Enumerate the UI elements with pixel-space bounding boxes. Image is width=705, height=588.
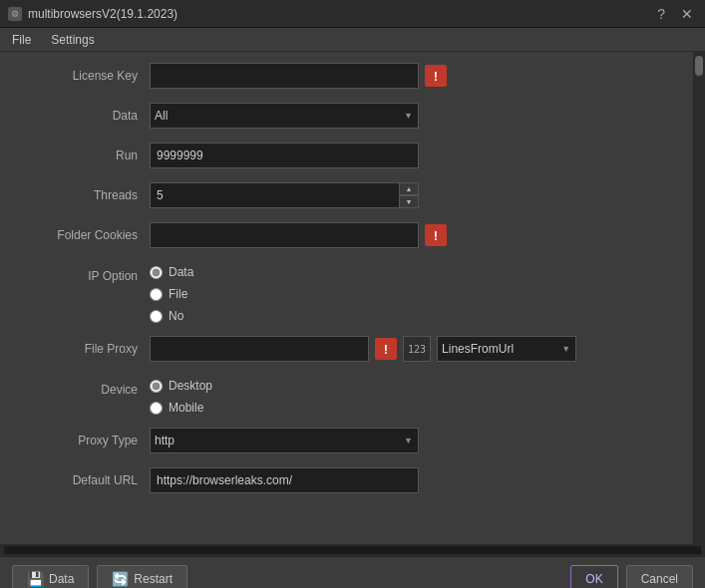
device-desktop-item: Desktop [150,379,212,393]
folder-cookies-input[interactable] [150,222,419,248]
license-key-alert-icon: ! [425,65,447,87]
close-button[interactable]: ✕ [677,6,697,22]
device-mobile-item: Mobile [150,401,212,415]
ip-option-label: IP Option [20,265,150,283]
data-row: Data All [20,102,673,130]
threads-controls: ▲ ▼ [150,182,673,208]
license-key-input[interactable] [150,63,419,89]
restart-button-icon: 🔄 [112,571,129,587]
license-key-controls: ! [150,63,673,89]
ip-option-row: IP Option Data File No [20,261,673,323]
ip-option-data-label: Data [169,265,193,279]
scrollbar-horizontal[interactable] [0,544,705,556]
ip-option-no-label: No [169,309,183,323]
proxy-type-select-wrapper: http https socks4 socks5 [150,428,419,453]
folder-cookies-controls: ! [150,222,673,248]
device-mobile-label: Mobile [169,401,203,415]
scrollbar-track-horizontal [4,546,701,554]
content-panel: License Key ! Data All Run [0,52,693,544]
file-proxy-secondary-select[interactable]: LinesFromUrl [437,336,576,362]
data-button-icon: 💾 [27,571,44,587]
ip-option-file-label: File [169,287,187,301]
proxy-type-label: Proxy Type [20,434,150,447]
default-url-controls [150,467,673,493]
title-bar: ⚙ multibrowsersV2(19.1.2023) ? ✕ [0,0,705,28]
proxy-type-controls: http https socks4 socks5 [150,428,673,453]
title-bar-controls: ? ✕ [653,6,697,22]
folder-cookies-row: Folder Cookies ! [20,221,673,249]
device-mobile-radio[interactable] [150,402,163,415]
data-label: Data [20,109,150,123]
device-label: Device [20,379,150,397]
menu-file[interactable]: File [8,31,35,49]
ip-option-file-radio[interactable] [150,288,163,301]
restart-button[interactable]: 🔄 Restart [97,565,187,589]
ok-button-label: OK [585,572,602,586]
run-label: Run [20,148,150,162]
scrollbar-vertical[interactable] [693,52,705,544]
ip-option-file-item: File [150,287,193,301]
run-input[interactable] [150,143,419,168]
proxy-type-row: Proxy Type http https socks4 socks5 [20,427,673,454]
file-proxy-input[interactable] [150,336,369,362]
folder-cookies-alert-icon: ! [425,224,447,246]
cancel-button-label: Cancel [641,572,678,586]
file-proxy-alert-icon: ! [375,338,397,360]
threads-label: Threads [20,188,150,202]
run-controls [150,143,673,168]
default-url-input[interactable] [150,467,419,493]
file-proxy-row: File Proxy ! 123 LinesFromUrl [20,335,673,363]
threads-increment-button[interactable]: ▲ [399,182,419,195]
footer: 💾 Data 🔄 Restart OK Cancel [0,556,705,588]
ip-option-controls: Data File No [150,265,673,323]
proxy-type-select[interactable]: http https socks4 socks5 [150,428,419,453]
ok-button[interactable]: OK [570,565,617,589]
app-title: multibrowsersV2(19.1.2023) [28,7,177,21]
data-button[interactable]: 💾 Data [12,565,89,589]
lines-from-url-icon: 123 [403,336,431,362]
device-desktop-radio[interactable] [150,380,163,393]
folder-cookies-label: Folder Cookies [20,228,150,242]
ip-option-no-radio[interactable] [150,310,163,323]
data-controls: All [150,103,673,129]
menu-settings[interactable]: Settings [47,31,98,49]
data-select-wrapper: All [150,103,419,129]
data-button-label: Data [49,572,74,586]
menu-bar: File Settings [0,28,705,52]
lines-from-url-icon-label: 123 [408,344,426,355]
ip-option-radio-group: Data File No [150,265,193,323]
device-controls: Desktop Mobile [150,379,673,415]
default-url-row: Default URL [20,466,673,494]
ip-option-data-radio[interactable] [150,266,163,279]
threads-spinner-btns: ▲ ▼ [399,182,419,208]
run-row: Run [20,142,673,169]
main-container: License Key ! Data All Run [0,52,705,544]
device-radio-group: Desktop Mobile [150,379,212,415]
cancel-button[interactable]: Cancel [626,565,693,589]
restart-button-label: Restart [134,572,173,586]
title-bar-left: ⚙ multibrowsersV2(19.1.2023) [8,7,177,21]
scrollbar-thumb-vertical [695,56,703,76]
footer-right: OK Cancel [570,565,693,589]
ip-option-data-item: Data [150,265,193,279]
license-key-label: License Key [20,69,150,83]
default-url-label: Default URL [20,473,150,487]
ip-option-no-item: No [150,309,193,323]
device-desktop-label: Desktop [169,379,212,393]
help-button[interactable]: ? [653,6,669,22]
file-proxy-label: File Proxy [20,342,150,356]
threads-decrement-button[interactable]: ▼ [399,195,419,208]
threads-input[interactable] [150,182,419,208]
threads-row: Threads ▲ ▼ [20,181,673,209]
file-proxy-controls: ! 123 LinesFromUrl [150,336,673,362]
device-row: Device Desktop Mobile [20,375,673,415]
file-proxy-secondary-wrapper: LinesFromUrl [437,336,576,362]
app-icon: ⚙ [8,7,22,21]
data-select[interactable]: All [150,103,419,129]
license-key-row: License Key ! [20,62,673,90]
threads-spinner-wrapper: ▲ ▼ [150,182,419,208]
